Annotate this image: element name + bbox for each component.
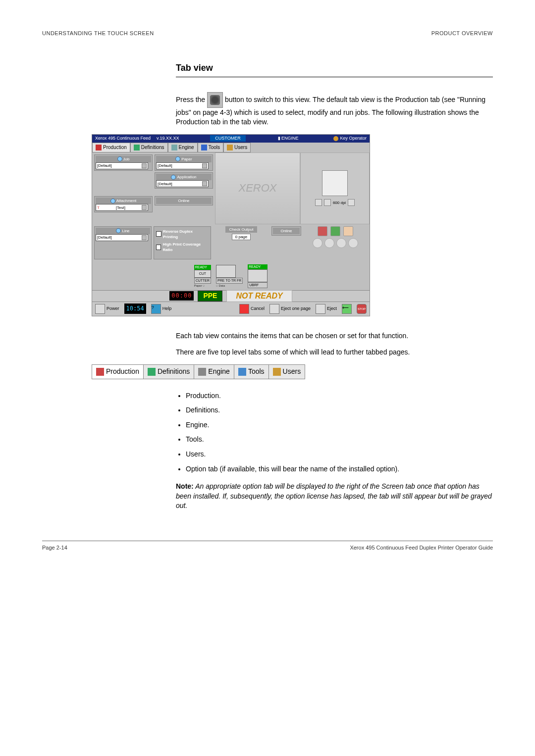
refresh-icon[interactable] — [348, 199, 355, 206]
users-icon — [227, 145, 233, 151]
titlebar-keyoperator: Key Operator — [330, 135, 370, 142]
intro-paragraph: Press the button to switch to this view.… — [176, 92, 493, 127]
bottom-toolbar: Power 10:54 ?Help Cancel Eject one page … — [92, 302, 370, 316]
para-five-tabs: There are five top level tabs some of wh… — [176, 348, 493, 357]
tabstrip-production[interactable]: Production — [92, 365, 144, 379]
list-item: Production. — [186, 391, 493, 401]
list-item: Option tab (if available, this will bear… — [186, 464, 493, 474]
status-icon-2[interactable] — [330, 226, 340, 236]
diagram-module1 — [216, 265, 236, 278]
header-left: UNDERSTANDING THE TOUCH SCREEN — [42, 30, 154, 37]
keyop-icon — [333, 136, 338, 141]
status-counter: 00:00 — [169, 291, 194, 301]
application-dropdown[interactable]: [Default] — [156, 180, 209, 187]
help-button[interactable]: ?Help — [151, 304, 172, 314]
attachment-dropdown[interactable]: T [Test] — [96, 204, 148, 211]
window-titlebar: Xerox 495 Continuous Feed v.19.XX.XX CUS… — [92, 135, 370, 143]
titlebar-version: v.19.XX.XX — [154, 135, 182, 142]
paper-panel-title: Paper — [181, 156, 192, 162]
fastforward-button[interactable] — [348, 238, 358, 248]
back-nav-button[interactable]: ⟵ — [342, 304, 352, 314]
eject-one-page-button[interactable]: Eject one page — [269, 304, 311, 314]
definitions-icon — [148, 368, 156, 376]
high-print-checkbox[interactable]: High Print Coverage Ratio — [155, 241, 210, 253]
users-icon — [273, 368, 281, 376]
status-icon-3[interactable] — [343, 226, 353, 236]
attachment-panel-title: Attachment — [116, 198, 136, 203]
job-dropdown[interactable]: [Default] — [96, 162, 148, 169]
production-icon — [96, 368, 104, 376]
magnifier-icon — [116, 228, 121, 233]
engine-icon — [171, 145, 177, 151]
check-output-value: 0 page — [232, 234, 251, 240]
printer-schematic — [322, 170, 348, 196]
diagram-pretofr: PRE TO TR FR — [216, 278, 243, 284]
line-dropdown[interactable]: [Default] — [96, 234, 148, 241]
clock: 10:54 — [124, 303, 146, 314]
tools-icon — [201, 145, 207, 151]
list-item: Definitions. — [186, 405, 493, 415]
eject-button[interactable]: Eject — [316, 304, 337, 314]
back-button[interactable] — [324, 238, 334, 248]
stop-button[interactable]: STOP — [357, 304, 367, 314]
note-label: Note: — [176, 482, 194, 490]
definitions-icon — [134, 145, 140, 151]
diagram-data-label: ○ Data — [216, 284, 243, 288]
cancel-button[interactable]: Cancel — [239, 304, 265, 314]
tabstrip-tools[interactable]: Tools — [234, 365, 269, 379]
diagram-ubrf: UBRF — [248, 282, 268, 288]
preview-area: XEROX — [215, 152, 300, 224]
forward-button[interactable] — [336, 238, 346, 248]
tab-production[interactable]: Production — [92, 143, 130, 152]
tab-definitions[interactable]: Definitions — [130, 143, 168, 152]
tools-icon — [238, 368, 246, 376]
diagram-ready1: READY — [194, 265, 211, 270]
footer-guide: Xerox 495 Continuous Feed Duplex Printer… — [350, 544, 493, 552]
rewind-button[interactable] — [313, 238, 322, 248]
tab-view-screenshot: Xerox 495 Continuous Feed v.19.XX.XX CUS… — [92, 134, 370, 316]
paper-path-diagram: READY CUT CUTTER Paper ○ PRE TO TR FR ○ … — [92, 263, 370, 290]
tab-engine[interactable]: Engine — [168, 143, 198, 152]
note-paragraph: Note: An appropriate option tab will be … — [176, 482, 493, 511]
list-item: Tools. — [186, 435, 493, 445]
main-tabs: Production Definitions Engine Tools User… — [92, 143, 370, 152]
tabstrip-users[interactable]: Users — [269, 365, 305, 379]
screen-view-icon — [207, 92, 223, 108]
tabstrip-engine[interactable]: Engine — [194, 365, 234, 379]
job-panel-title: Job — [123, 156, 130, 162]
diagram-cut: CUT — [194, 270, 211, 278]
right-panel: 600 dpi — [300, 152, 370, 224]
check-output-label: Check Output — [225, 226, 258, 233]
paper-dropdown[interactable]: [Default] — [156, 162, 209, 169]
titlebar-product: Xerox 495 Continuous Feed — [92, 135, 154, 142]
application-panel-title: Application — [177, 174, 196, 180]
titlebar-engine: ▮ ENGINE — [274, 135, 303, 142]
line-panel-title: Line — [122, 228, 129, 234]
tab-strip-figure: Production Definitions Engine Tools User… — [92, 364, 305, 379]
titlebar-customer: CUSTOMER — [210, 135, 245, 142]
section-title: Tab view — [176, 62, 493, 77]
production-icon — [96, 145, 102, 151]
diagram-module2 — [248, 269, 268, 282]
note-text: An appropriate option tab will be displa… — [176, 482, 492, 509]
magnifier-icon — [175, 156, 180, 161]
online2-label: Online — [273, 228, 300, 234]
dpi-label: 600 dpi — [333, 200, 346, 205]
status-bar: 00:00 PPE NOT READY — [92, 290, 370, 302]
diagram-ready2: READY — [248, 264, 268, 269]
power-button[interactable]: Power — [95, 304, 119, 314]
engine-icon — [198, 368, 206, 376]
not-ready-indicator: NOT READY — [226, 290, 292, 302]
diagram-paper-label: Paper ○ — [194, 284, 211, 288]
para1a: Press the — [176, 95, 207, 103]
reverse-duplex-checkbox[interactable]: Reverse Duplex Printing — [155, 228, 210, 241]
footer-page: Page 2-14 — [42, 544, 67, 552]
status-icon-1[interactable] — [318, 226, 327, 236]
tabstrip-definitions[interactable]: Definitions — [144, 365, 194, 379]
diagram-cutter: CUTTER — [194, 278, 211, 284]
magnifier-icon — [171, 175, 176, 180]
tab-tools[interactable]: Tools — [198, 143, 223, 152]
speaker-icon[interactable] — [315, 199, 322, 206]
online-panel-title: Online — [156, 198, 212, 204]
tab-users[interactable]: Users — [223, 143, 251, 152]
